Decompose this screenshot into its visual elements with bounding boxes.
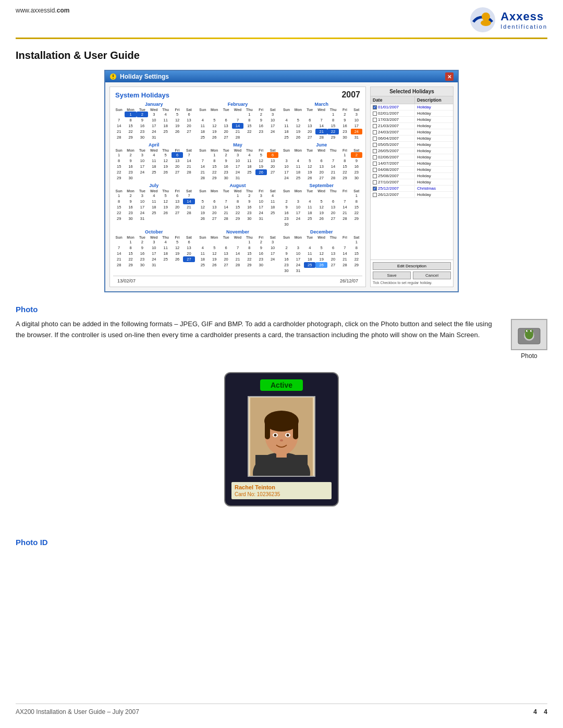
content-area: Photo A digital photo can be added in th… bbox=[16, 305, 547, 547]
month-header-nov: November bbox=[197, 229, 279, 235]
holiday-checkbox[interactable] bbox=[373, 112, 377, 116]
list-item: ✓25/12/2007 Christmas bbox=[371, 186, 453, 192]
svg-rect-21 bbox=[293, 421, 298, 439]
list-item: 25/08/2007 Holiday bbox=[371, 173, 453, 179]
months-grid: January SunMonTueWedThuFriSat 123456 789… bbox=[113, 102, 362, 274]
month-header-apr: April bbox=[113, 142, 195, 147]
cancel-button[interactable]: Cancel bbox=[413, 272, 451, 279]
svg-rect-16 bbox=[255, 455, 308, 476]
list-item: 04/08/2007 Holiday bbox=[371, 167, 453, 173]
svg-point-26 bbox=[280, 439, 283, 441]
holiday-checkbox[interactable] bbox=[373, 193, 377, 197]
month-june: June SunMonTueWedThuFriSat 12 3456789 10… bbox=[280, 142, 362, 181]
list-item: ✓01/01/2007 Holiday bbox=[371, 104, 453, 110]
holiday-checkbox[interactable] bbox=[373, 143, 377, 147]
holiday-checkbox[interactable] bbox=[373, 118, 377, 122]
svg-point-12 bbox=[527, 330, 528, 331]
holiday-date: 05/05/2007 bbox=[371, 142, 415, 147]
holiday-desc: Holiday bbox=[415, 129, 453, 135]
page-header: www.axxessid.com Axxess Identification bbox=[0, 0, 563, 33]
holiday-checkbox[interactable]: ✓ bbox=[373, 187, 377, 191]
holiday-desc: Holiday bbox=[415, 142, 453, 147]
month-march: March SunMonTueWedThuFriSat 123 45678910… bbox=[280, 102, 362, 140]
photo-id-heading: Photo ID bbox=[16, 538, 547, 547]
card-no-value: 10236235 bbox=[257, 491, 280, 497]
gold-divider bbox=[16, 38, 547, 39]
svg-rect-20 bbox=[265, 421, 270, 439]
holiday-date: 02/06/2007 bbox=[371, 154, 415, 160]
id-card: Active bbox=[224, 372, 339, 507]
cal-grid-aug: SunMonTueWedThuFriSat 1234 567891011 121… bbox=[197, 189, 279, 221]
active-status-badge: Active bbox=[260, 379, 303, 391]
dialog-close-button[interactable]: ✕ bbox=[445, 72, 454, 81]
holiday-date: 06/04/2007 bbox=[371, 135, 415, 141]
photo-icon bbox=[517, 324, 541, 345]
holiday-checkbox[interactable] bbox=[373, 180, 377, 184]
svg-point-1 bbox=[482, 13, 490, 21]
calendar-section: System Holidays 2007 January SunMonTueWe… bbox=[109, 87, 366, 287]
bottom-date-left: 13/02/07 bbox=[117, 278, 136, 283]
cal-grid-feb: SunMonTueWedThuFriSat 123 45678910 11121… bbox=[197, 108, 279, 140]
card-no-label: Card No: bbox=[235, 491, 255, 497]
edit-description-button[interactable]: Edit Description bbox=[373, 262, 451, 270]
list-item: 02/01/2007 Holiday bbox=[371, 110, 453, 117]
holiday-desc: Holiday bbox=[415, 148, 453, 154]
holiday-date: 21/03/2007 bbox=[371, 123, 415, 129]
holiday-desc: Holiday bbox=[415, 173, 453, 179]
month-december: December SunMonTueWedThuFriSat 1 2345678… bbox=[280, 229, 362, 274]
holiday-desc: Holiday bbox=[415, 135, 453, 141]
month-header-jun: June bbox=[280, 142, 362, 147]
holiday-desc: Holiday bbox=[415, 179, 453, 185]
month-may: May SunMonTueWedThuFriSat 123456 7891011… bbox=[197, 142, 279, 181]
card-number: Card No: 10236235 bbox=[235, 491, 328, 497]
save-button[interactable]: Save bbox=[373, 272, 411, 279]
holiday-checkbox[interactable] bbox=[373, 168, 377, 172]
holidays-footer: Edit Description Save Cancel Tick Checkb… bbox=[371, 260, 453, 287]
logo-text: Axxess Identification bbox=[500, 10, 547, 30]
holiday-checkbox[interactable] bbox=[373, 124, 377, 128]
holiday-checkbox[interactable] bbox=[373, 130, 377, 134]
month-july: July SunMonTueWedThuFriSat 1234567 89101… bbox=[113, 183, 195, 227]
cal-grid-mar: SunMonTueWedThuFriSat 123 45678910 11121… bbox=[280, 108, 362, 140]
holiday-checkbox[interactable]: ✓ bbox=[373, 105, 377, 109]
cal-grid-oct: SunMonTueWedThuFriSat 123456 78910111213… bbox=[113, 236, 195, 268]
cal-grid-apr: SunMonTueWedThuFriSat 1234567 8910111213… bbox=[113, 149, 195, 181]
holiday-checkbox[interactable] bbox=[373, 137, 377, 141]
holidays-col-date: Date bbox=[371, 96, 415, 104]
card-person-photo bbox=[250, 398, 313, 476]
list-item: 14/07/2007 Holiday bbox=[371, 161, 453, 167]
cal-grid-jul: SunMonTueWedThuFriSat 1234567 8910111213… bbox=[113, 189, 195, 221]
holiday-date: 26/05/2007 bbox=[371, 148, 415, 154]
holidays-panel-title: Selected Holidays bbox=[371, 87, 453, 96]
holiday-desc: Holiday bbox=[415, 123, 453, 129]
photo-content-row: A digital photo can be added in the foll… bbox=[16, 319, 547, 360]
holidays-col-desc: Description bbox=[415, 96, 453, 104]
photo-description: A digital photo can be added in the foll… bbox=[16, 319, 511, 341]
month-header-aug: August bbox=[197, 183, 279, 188]
month-header-dec: December bbox=[280, 229, 362, 235]
header-url: www.axxessid.com bbox=[16, 6, 69, 14]
photo-button[interactable] bbox=[511, 319, 547, 350]
holidays-list: ✓01/01/2007 Holiday 02/01/2007 Holiday 1… bbox=[371, 104, 453, 260]
dialog-titlebar-left: Holiday Settings bbox=[109, 73, 169, 80]
footer-left-text: AX200 Installation & User Guide – July 2… bbox=[16, 708, 139, 715]
holiday-date: 27/10/2007 bbox=[371, 179, 415, 185]
list-item: 27/10/2007 Holiday bbox=[371, 179, 453, 186]
save-cancel-row: Save Cancel bbox=[373, 272, 451, 279]
holiday-desc: Holiday bbox=[415, 110, 453, 116]
holiday-desc: Holiday bbox=[415, 154, 453, 160]
holiday-checkbox[interactable] bbox=[373, 174, 377, 178]
holidays-panel: Selected Holidays Date Description ✓01/0… bbox=[370, 87, 454, 287]
holiday-desc: Holiday bbox=[415, 167, 453, 172]
holiday-date: 25/08/2007 bbox=[371, 173, 415, 179]
holiday-date: ✓01/01/2007 bbox=[371, 104, 415, 110]
cal-grid-may: SunMonTueWedThuFriSat 123456 78910111213… bbox=[197, 149, 279, 181]
month-header-oct: October bbox=[113, 229, 195, 235]
holiday-checkbox[interactable] bbox=[373, 162, 377, 166]
holiday-checkbox[interactable] bbox=[373, 149, 377, 153]
list-item: 24/03/2007 Holiday bbox=[371, 129, 453, 135]
cal-grid-jan: SunMonTueWedThuFriSat 123456 78910111213… bbox=[113, 108, 195, 140]
holiday-checkbox[interactable] bbox=[373, 155, 377, 159]
axxess-logo-icon bbox=[469, 6, 496, 33]
card-photo-area bbox=[248, 396, 315, 477]
